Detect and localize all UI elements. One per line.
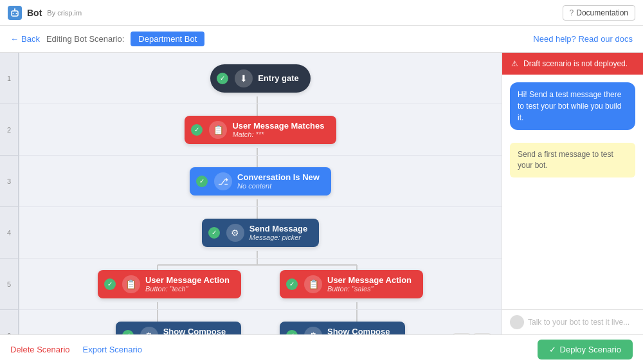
conversation-is-new-node[interactable]: ✓ ⎇ Conversation Is New No content: [190, 167, 331, 196]
canvas-scroll: 1 2 3 4 5 6: [0, 53, 502, 334]
right-panel: ⚠ Draft scenario is not deployed. Hi! Se…: [502, 53, 643, 334]
gear-icon-3: ⚙: [304, 327, 322, 335]
row-1: ✓ ⬇ Entry gate: [19, 53, 502, 104]
sub-nav: ← Back Editing Bot Scenario: Department …: [0, 26, 643, 53]
row-num-3: 3: [0, 156, 19, 207]
alert-banner: ⚠ Draft scenario is not deployed.: [502, 53, 643, 75]
svg-point-2: [16, 13, 17, 14]
svg-point-4: [14, 8, 15, 10]
zoom-out-button[interactable]: −: [453, 333, 471, 334]
user-action-1-sub: Button: "tech": [145, 285, 230, 293]
download-icon: ⬇: [235, 69, 253, 87]
check-badge-6a: ✓: [122, 330, 134, 335]
check-badge-5b: ✓: [286, 278, 298, 290]
user-message-matches-node[interactable]: ✓ 📋 User Message Matches Match: ***: [185, 116, 336, 144]
help-link[interactable]: Need help? Read our docs: [533, 34, 633, 44]
git-icon: ⎇: [214, 172, 232, 190]
check-badge-4: ✓: [208, 227, 220, 239]
svg-point-1: [13, 13, 14, 14]
main-area: 1 2 3 4 5 6: [0, 53, 643, 334]
panel-spacer: [502, 183, 643, 309]
row-4: ✓ ⚙ Send Message Message: picker: [19, 207, 502, 259]
conv-new-title: Conversation Is New: [237, 172, 320, 182]
row-num-1: 1: [0, 53, 19, 104]
check-badge-5a: ✓: [104, 278, 116, 290]
app-title: Bot: [27, 8, 42, 18]
chat-bubble: Hi! Send a test message there to test yo…: [510, 82, 635, 130]
gear-icon-1: ⚙: [226, 224, 244, 242]
alert-text: Draft scenario is not deployed.: [523, 59, 628, 68]
row-2: ✓ 📋 User Message Matches Match: ***: [19, 104, 502, 156]
export-scenario-link[interactable]: Export Scenario: [83, 345, 143, 354]
user-action-2-sub: Button: "sales": [327, 285, 412, 293]
gear-icon-2: ⚙: [140, 327, 158, 335]
delete-scenario-link[interactable]: Delete Scenario: [10, 345, 70, 354]
chat-input-area: Talk to your bot to test it live...: [502, 309, 643, 334]
canvas-rows: ✓ ⬇ Entry gate ✓ 📋 User Message Matches: [19, 53, 502, 334]
user-action-1-title: User Message Action: [145, 275, 230, 285]
send-msg-title: Send Message: [249, 224, 307, 233]
conv-new-sub: No content: [237, 182, 320, 190]
zoom-in-button[interactable]: +: [473, 333, 491, 334]
bottom-bar: Delete Scenario Export Scenario ✓ Deploy…: [0, 334, 643, 364]
show-compose-1-node[interactable]: ✓ ⚙ Show Compose Compose: 1 seconds: [116, 322, 241, 335]
check-badge-6b: ✓: [286, 330, 298, 335]
check-badge-3: ✓: [196, 176, 208, 187]
warning-icon: ⚠: [511, 59, 518, 68]
show-compose-1-title: Show Compose: [163, 327, 230, 334]
chat-avatar: [510, 315, 524, 329]
show-compose-2-node[interactable]: ✓ ⚙ Show Compose Compose: 1 seconds: [280, 322, 405, 335]
check-badge-2: ✓: [191, 124, 203, 136]
back-link[interactable]: ← Back: [10, 34, 40, 44]
check-badge-1: ✓: [217, 73, 228, 84]
user-action-2-title: User Message Action: [327, 275, 412, 285]
app-subtitle: By crisp.im: [47, 9, 82, 17]
editing-label: Editing Bot Scenario:: [46, 34, 124, 44]
scenario-badge[interactable]: Department Bot: [131, 32, 204, 46]
msg-matches-title: User Message Matches: [232, 121, 324, 131]
documentation-button[interactable]: ? Documentation: [563, 5, 635, 21]
row-3: ✓ ⎇ Conversation Is New No content: [19, 156, 502, 207]
chat-hint: Send a first message to test your bot.: [510, 143, 635, 177]
send-message-node[interactable]: ✓ ⚙ Send Message Message: picker: [202, 219, 319, 247]
msg-matches-sub: Match: ***: [232, 131, 324, 138]
zoom-controls: − +: [453, 333, 491, 334]
check-icon: ✓: [549, 345, 556, 354]
row-num-4: 4: [0, 207, 19, 259]
row-num-2: 2: [0, 104, 19, 156]
canvas-area[interactable]: 1 2 3 4 5 6: [0, 53, 502, 334]
calendar-icon-1: 📋: [209, 121, 227, 139]
entry-gate-title: Entry gate: [258, 73, 299, 83]
user-action-1-node[interactable]: ✓ 📋 User Message Action Button: "tech": [98, 270, 241, 298]
row-5: ✓ 📋 User Message Action Button: "tech" ✓…: [19, 259, 502, 310]
bot-logo: [8, 6, 22, 20]
deploy-button[interactable]: ✓ Deploy Scenario: [538, 340, 633, 359]
send-msg-sub: Message: picker: [249, 233, 307, 241]
top-nav: Bot By crisp.im ? Documentation: [0, 0, 643, 26]
user-action-2-node[interactable]: ✓ 📋 User Message Action Button: "sales": [280, 270, 423, 298]
arrow-left-icon: ←: [10, 34, 19, 44]
chat-input-placeholder[interactable]: Talk to your bot to test it live...: [528, 318, 635, 327]
question-icon: ?: [570, 8, 574, 17]
nav-left: Bot By crisp.im: [8, 6, 82, 20]
entry-gate-node[interactable]: ✓ ⬇ Entry gate: [210, 64, 311, 93]
calendar-icon-2: 📋: [122, 275, 140, 293]
row-num-5: 5: [0, 259, 19, 310]
show-compose-2-title: Show Compose: [327, 327, 394, 334]
row-6: ✓ ⚙ Show Compose Compose: 1 seconds ✓ ⚙ …: [19, 310, 502, 334]
row-num-6: 6: [0, 310, 19, 334]
calendar-icon-3: 📋: [304, 275, 322, 293]
